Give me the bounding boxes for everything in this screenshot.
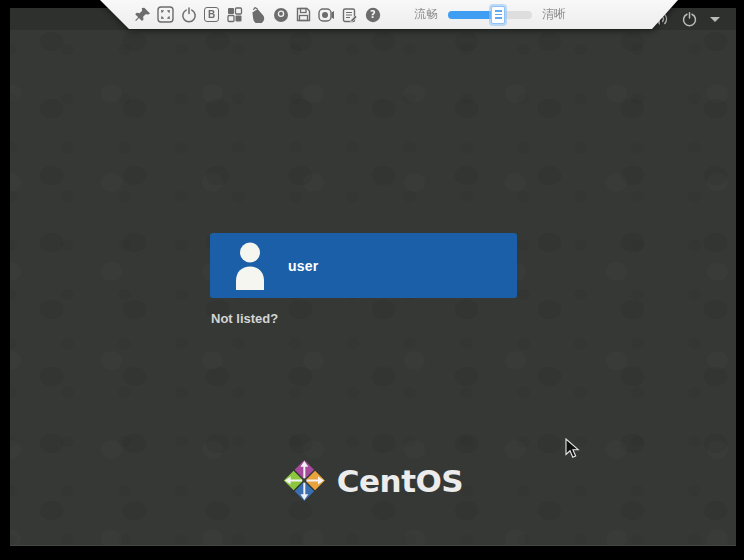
svg-text:?: ?: [370, 9, 376, 20]
quality-slider-group: 流畅 清晰: [414, 6, 566, 23]
help-icon[interactable]: ?: [363, 5, 382, 24]
cd-icon[interactable]: [271, 5, 290, 24]
user-select-tile[interactable]: user: [210, 233, 517, 298]
user-avatar-icon: [230, 241, 270, 290]
power-icon[interactable]: [179, 5, 198, 24]
centos-logo-mark: [283, 459, 326, 502]
remote-toolbar: B: [100, 0, 678, 29]
quality-slider[interactable]: [448, 11, 532, 19]
centos-logo: CentOS: [283, 459, 463, 502]
quality-label-smooth: 流畅: [414, 6, 438, 23]
caret-down-icon[interactable]: [710, 17, 720, 22]
remote-screen: user Not listed? CentOS: [10, 8, 736, 546]
power-icon[interactable]: [682, 12, 697, 27]
mouse-icon[interactable]: [248, 5, 267, 24]
record-icon[interactable]: [317, 5, 336, 24]
quality-label-sharp: 清晰: [542, 6, 566, 23]
remote-desktop-window: user Not listed? CentOS: [0, 0, 744, 560]
save-icon[interactable]: [294, 5, 313, 24]
not-listed-link[interactable]: Not listed?: [211, 311, 278, 326]
user-name-label: user: [288, 258, 318, 274]
clipboard-icon[interactable]: [340, 5, 359, 24]
fullscreen-icon[interactable]: [156, 5, 175, 24]
mouse-cursor: [565, 438, 581, 460]
apps-grid-icon[interactable]: [225, 5, 244, 24]
centos-logo-text: CentOS: [337, 463, 463, 499]
blank-screen-icon[interactable]: B: [202, 5, 221, 24]
pin-icon[interactable]: [133, 5, 152, 24]
quality-slider-thumb[interactable]: [491, 6, 505, 24]
